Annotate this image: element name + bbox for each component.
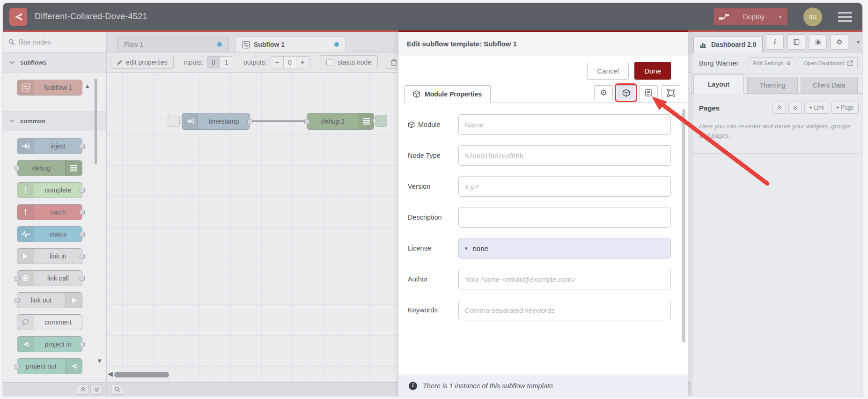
open-dashboard-button[interactable]: Open Dashboard: [799, 57, 858, 69]
outputs-increment-button[interactable]: +: [296, 57, 309, 68]
deploy-label: Deploy: [735, 13, 773, 21]
status-node-toggle[interactable]: status node: [320, 55, 378, 69]
palette-filter-input[interactable]: [19, 38, 89, 46]
palette-scroll-down-icon[interactable]: ▼: [96, 357, 103, 364]
edit-properties-button[interactable]: edit properties: [110, 56, 174, 69]
module-properties-tab-button[interactable]: [617, 85, 635, 100]
license-select[interactable]: ▾ none: [458, 238, 671, 259]
palette-node-complete[interactable]: ! complete: [17, 182, 82, 198]
subflow-input-stub[interactable]: [168, 115, 180, 127]
tab-subflow-1[interactable]: Subflow 1: [235, 37, 346, 52]
input-port[interactable]: [15, 298, 20, 303]
palette-node-link-call[interactable]: link call: [17, 270, 82, 286]
canvas-node-debug-1[interactable]: debug 1: [307, 113, 374, 130]
output-port[interactable]: [247, 119, 252, 124]
category-label: subflows: [20, 59, 46, 66]
horizontal-scrollbar[interactable]: [114, 372, 169, 377]
tab-flow-1[interactable]: Flow 1: [117, 37, 229, 52]
cube-icon: [413, 90, 420, 98]
inject-icon: [182, 113, 198, 129]
canvas-node-timestamp[interactable]: timestamp: [182, 113, 250, 130]
done-button[interactable]: Done: [634, 62, 671, 80]
palette-node-project-in[interactable]: project in: [17, 336, 82, 352]
palette-node-inject[interactable]: inject: [17, 138, 82, 154]
add-link-button[interactable]: + Link: [804, 102, 829, 114]
palette-node-link-out[interactable]: link out: [17, 292, 82, 308]
palette-node-comment[interactable]: comment: [17, 314, 82, 330]
tab-layout[interactable]: Layout: [693, 74, 744, 94]
node-red-app: Different-Collared-Dove-4521 Deploy ▾ su: [3, 3, 862, 396]
palette-node-project-out[interactable]: project out: [17, 358, 82, 374]
node-type-input[interactable]: [458, 145, 671, 166]
description-tab-button[interactable]: [639, 85, 658, 100]
unsaved-changes-dot: [334, 42, 339, 47]
sidebar-menu-caret-icon[interactable]: ▾: [857, 39, 860, 45]
document-icon: [645, 89, 652, 96]
tab-label: Module Properties: [425, 90, 482, 98]
help-tab-button[interactable]: [787, 34, 805, 50]
output-port[interactable]: [80, 232, 85, 237]
author-input[interactable]: [458, 269, 671, 289]
input-port[interactable]: [15, 276, 20, 281]
main-menu-icon[interactable]: [838, 12, 852, 22]
tab-client-data[interactable]: Client Data: [801, 77, 858, 94]
palette-node-status[interactable]: status: [17, 226, 82, 242]
palette-node-catch[interactable]: ! catch: [17, 204, 82, 220]
edit-settings-button[interactable]: Edit Settings ⚙: [749, 57, 796, 69]
sidebar-header: Dashboard 2.0 i ⚙ ▾: [691, 32, 862, 52]
palette-footer: [3, 382, 106, 396]
output-port[interactable]: [80, 144, 85, 149]
description-input[interactable]: [458, 207, 671, 228]
collapse-all-icon[interactable]: [77, 384, 89, 395]
wire[interactable]: [249, 120, 308, 122]
version-input[interactable]: [458, 176, 671, 197]
output-port[interactable]: [80, 210, 85, 215]
dialog-scrollbar[interactable]: [682, 109, 685, 342]
keywords-input[interactable]: [458, 300, 671, 320]
palette-node-subflow-1[interactable]: Subflow 1: [17, 80, 82, 96]
trash-icon: [391, 59, 397, 66]
input-port[interactable]: [304, 119, 309, 124]
scroll-left-icon[interactable]: ◀: [108, 370, 113, 377]
inputs-option-0[interactable]: 0: [207, 57, 220, 68]
status-node-checkbox[interactable]: [326, 59, 333, 66]
node-palette: subflows Subflow 1 common: [3, 32, 107, 396]
input-port[interactable]: [15, 166, 20, 171]
output-port[interactable]: [80, 276, 85, 281]
input-port[interactable]: [373, 118, 378, 123]
settings-tab-button[interactable]: ⚙: [831, 34, 848, 50]
subflow-output-stub[interactable]: [375, 115, 387, 127]
tab-module-properties[interactable]: Module Properties: [404, 85, 491, 103]
palette-category-subflows[interactable]: subflows: [3, 52, 106, 73]
palette-node-debug[interactable]: debug: [17, 160, 82, 176]
move-up-button[interactable]: [772, 102, 786, 114]
outputs-decrement-button[interactable]: −: [271, 57, 284, 68]
inputs-option-1[interactable]: 1: [220, 57, 233, 68]
palette-node-link-in[interactable]: link in: [17, 248, 82, 264]
edit-properties-tab-button[interactable]: ⚙: [594, 85, 613, 100]
output-port[interactable]: [80, 254, 85, 259]
tab-theming[interactable]: Theming: [747, 77, 798, 94]
edit-properties-label: edit properties: [126, 59, 168, 66]
deploy-caret-icon[interactable]: ▾: [773, 14, 787, 20]
add-page-button[interactable]: + Page: [831, 102, 859, 114]
module-input[interactable]: [458, 114, 671, 135]
output-port[interactable]: [80, 342, 85, 347]
search-flows-button[interactable]: [111, 384, 123, 395]
move-down-button[interactable]: [788, 102, 802, 114]
palette-search[interactable]: [3, 32, 106, 52]
output-port[interactable]: [80, 188, 85, 193]
comment-bubble-icon: [17, 315, 34, 330]
debug-tab-button[interactable]: [809, 34, 827, 50]
expand-all-icon[interactable]: [90, 384, 103, 395]
deploy-button[interactable]: Deploy ▾: [714, 8, 787, 25]
input-port[interactable]: [15, 364, 20, 369]
palette-category-common[interactable]: common: [3, 111, 106, 131]
appearance-tab-button[interactable]: [662, 85, 680, 100]
info-tab-button[interactable]: i: [766, 34, 784, 50]
palette-scrollbar[interactable]: [95, 79, 97, 164]
cancel-button[interactable]: Cancel: [587, 62, 629, 80]
palette-scroll-up-icon[interactable]: ▲: [84, 82, 90, 89]
user-avatar[interactable]: su: [803, 7, 822, 26]
tab-dashboard-2[interactable]: Dashboard 2.0: [693, 36, 763, 52]
